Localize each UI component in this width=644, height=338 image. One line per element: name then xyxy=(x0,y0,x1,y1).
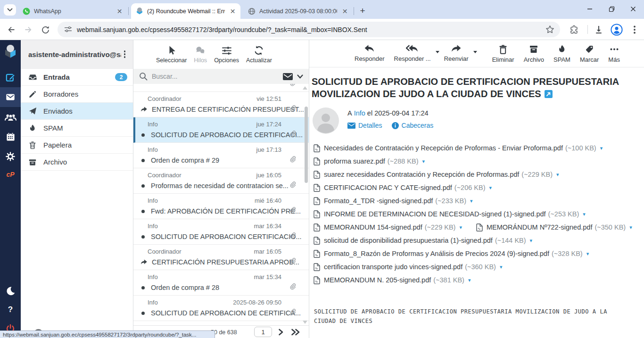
profile-button[interactable] xyxy=(610,23,623,36)
tab-close-icon[interactable]: ✕ xyxy=(229,7,237,15)
message-row[interactable]: Coordinadorvie 12:51 ENTREGA DE CERTIFIC… xyxy=(133,92,309,117)
recipient-link[interactable]: Info xyxy=(354,109,365,117)
attachment-menu-caret[interactable]: ▾ xyxy=(422,158,425,165)
spam-button[interactable]: SPAM xyxy=(549,44,575,63)
message-row[interactable]: Coordinadormar 16:05 CERTIFICACIÓN PRESU… xyxy=(133,245,309,270)
attachment-menu-caret[interactable]: ▾ xyxy=(583,211,586,217)
attachment-menu-caret[interactable]: ▾ xyxy=(556,172,559,178)
message-row[interactable]: Coordinadorjue 16:05 Proformas de necesi… xyxy=(133,168,309,194)
tab-close-icon[interactable]: ✕ xyxy=(116,7,124,15)
rail-calendar-button[interactable] xyxy=(0,127,21,147)
open-in-new-window-icon[interactable] xyxy=(545,89,553,101)
attachment-menu-caret[interactable]: ▾ xyxy=(629,224,632,231)
attachment-menu-caret[interactable]: ▾ xyxy=(468,277,471,283)
account-header[interactable]: asistente-administrativo@sa... xyxy=(21,40,133,68)
attachment-item[interactable]: MEMORÁNDUM Nº722-signed.pdf(~350 KB)▾ xyxy=(476,223,632,231)
forward-button[interactable] xyxy=(23,24,34,35)
forward-mail-button[interactable]: Reenviar xyxy=(439,44,473,62)
message-row-selected[interactable]: Infojue 17:24 SOLICITUD DE APROBACIO DE … xyxy=(133,117,309,143)
list-scrollbar-thumb[interactable] xyxy=(305,107,308,183)
search-options-chevron-icon[interactable] xyxy=(297,74,303,79)
select-button[interactable]: Seleccionar xyxy=(156,45,187,64)
attachment-item[interactable]: solicitud de disponibilidad presupuestar… xyxy=(314,237,532,245)
sidebar-item-spam[interactable]: SPAM xyxy=(21,119,133,136)
message-row[interactable]: Infojue 17:13 Orden de compra # 29 xyxy=(133,143,309,168)
details-link[interactable]: Detalles xyxy=(347,122,382,129)
attachment-item[interactable]: MEMORANDUM 154-signed.pdf(~229 KB)▾ xyxy=(314,223,462,231)
bookmark-star-icon[interactable] xyxy=(545,25,554,34)
window-minimize-button[interactable] xyxy=(579,0,601,18)
tab-whatsapp[interactable]: WhatsApp ✕ xyxy=(18,3,127,19)
attachment-menu-caret[interactable]: ▾ xyxy=(500,264,503,270)
attachment-menu-caret[interactable]: ▾ xyxy=(489,185,492,191)
sidebar-item-entrada[interactable]: Entrada 2 xyxy=(21,68,133,85)
mark-button[interactable]: Marcar xyxy=(575,44,603,63)
message-row[interactable]: Infomar 15:34 Orden de compra # 28 xyxy=(133,270,309,296)
forward-dropdown-caret[interactable] xyxy=(473,51,477,53)
rail-cpanel-button[interactable]: cP xyxy=(0,166,21,182)
search-scope-mail-icon[interactable] xyxy=(283,73,293,80)
attachment-item[interactable]: suarez necesidades Contratación y Recepc… xyxy=(314,171,559,179)
tab-search-button[interactable] xyxy=(4,4,16,16)
back-button[interactable] xyxy=(6,24,17,35)
list-options-button[interactable]: Opciones xyxy=(214,46,239,64)
last-page-button[interactable] xyxy=(291,329,300,338)
rail-mail-button[interactable] xyxy=(0,87,21,107)
attachment-menu-caret[interactable]: ▾ xyxy=(530,238,533,244)
tab-actividad[interactable]: Actividad 2025-09-03 08:00:00 ✕ xyxy=(243,3,353,19)
rail-settings-button[interactable] xyxy=(0,147,21,166)
headers-link[interactable]: Cabeceras xyxy=(392,122,434,129)
new-tab-button[interactable]: + xyxy=(356,5,369,17)
attachment-menu-caret[interactable]: ▾ xyxy=(586,251,589,257)
page-number-input[interactable] xyxy=(254,327,272,337)
url-text[interactable]: webmail.sanjuan.gob.ec/cpsess4955827172/… xyxy=(77,26,545,33)
attachment-menu-caret[interactable]: ▾ xyxy=(600,145,603,151)
message-row[interactable]: Info2025-08-26 09:50 SOLICITUD DE APROBA… xyxy=(133,296,309,321)
archive-button[interactable]: Archivo xyxy=(519,44,549,63)
attachment-item[interactable]: Formato_4_TDR -signed-signed.pdf(~233 KB… xyxy=(314,197,473,205)
scroll-up-arrow[interactable] xyxy=(303,86,307,90)
attachment-item[interactable]: CERTIFICACION PAC Y CATE-signed.pdf(~206… xyxy=(314,184,492,192)
sidebar-item-archivo[interactable]: Archivo xyxy=(21,153,133,170)
attachment-item[interactable]: Necesidades de Contratación y Recepción … xyxy=(314,144,603,152)
attachment-item[interactable]: certificacion transporte judo vinces-sig… xyxy=(314,263,502,271)
reply-all-button[interactable]: Responder ... xyxy=(389,44,436,62)
search-input[interactable] xyxy=(152,73,279,80)
address-bar[interactable]: webmail.sanjuan.gob.ec/cpsess4955827172/… xyxy=(58,22,560,37)
attachment-item[interactable]: MEMORANDUM N. 205-signed.pdf(~381 KB)▾ xyxy=(314,276,471,284)
roundcube-logo[interactable] xyxy=(0,40,21,62)
attachment-menu-caret[interactable]: ▾ xyxy=(470,198,473,204)
more-button[interactable]: Más xyxy=(603,44,625,63)
reload-button[interactable] xyxy=(40,24,51,35)
message-row[interactable]: Infomar 16:34 SOLICITUD DE APROBACION CE… xyxy=(133,219,309,245)
tab-roundcube[interactable]: (2) Roundcube Webmail :: Envia ✕ xyxy=(131,3,240,19)
tab-close-icon[interactable]: ✕ xyxy=(341,7,349,15)
sidebar-item-borradores[interactable]: Borradores xyxy=(21,85,133,102)
rail-compose-button[interactable] xyxy=(0,67,21,87)
extensions-button[interactable] xyxy=(569,24,580,35)
threads-button[interactable]: Hilos xyxy=(194,46,207,64)
browser-menu-button[interactable] xyxy=(629,24,640,35)
attachment-item[interactable]: Formato_8_Razón de Proformas y Análisis … xyxy=(314,250,589,258)
refresh-button[interactable]: Actualizar xyxy=(246,45,272,64)
attachment-item[interactable]: INFORME DE DETERMINACION DE NECESIDAD-si… xyxy=(314,210,586,218)
window-restore-button[interactable] xyxy=(601,0,622,18)
scroll-down-arrow[interactable] xyxy=(303,321,307,324)
rail-darkmode-button[interactable] xyxy=(0,281,21,300)
account-menu-icon[interactable] xyxy=(121,49,129,60)
sidebar-item-enviados[interactable]: Enviados xyxy=(21,102,133,119)
reply-button[interactable]: Responder xyxy=(350,44,389,62)
message-row[interactable]: Solicitud de aprobación de los documento… xyxy=(133,84,309,92)
reply-dropdown-caret[interactable] xyxy=(436,51,439,53)
next-page-button[interactable] xyxy=(278,329,284,338)
attachment-item[interactable]: proforma suarez.pdf(~288 KB)▾ xyxy=(314,157,425,165)
attachment-menu-caret[interactable]: ▾ xyxy=(459,224,462,231)
folder-list-divider xyxy=(21,170,133,171)
rail-help-button[interactable]: ? xyxy=(0,300,21,319)
downloads-button[interactable] xyxy=(593,24,604,35)
rail-contacts-button[interactable] xyxy=(0,107,21,127)
window-close-button[interactable] xyxy=(622,0,644,18)
sidebar-item-papelera[interactable]: Papelera xyxy=(21,136,133,153)
message-row[interactable]: Infomié 16:40 Fwd: APROBACIÓN DE CERTIFI… xyxy=(133,194,309,219)
delete-button[interactable]: Eliminar xyxy=(487,44,519,63)
